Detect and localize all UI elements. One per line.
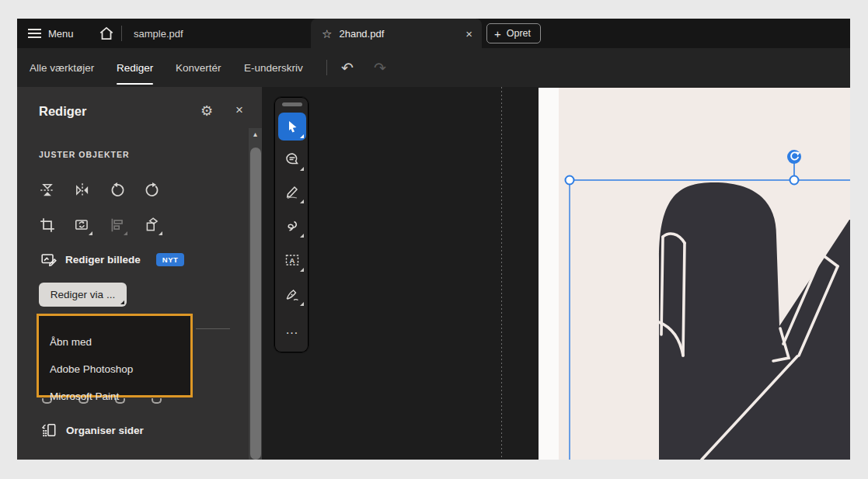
undo-icon: ↶ — [341, 59, 354, 77]
create-label: Opret — [507, 28, 531, 39]
menu-button[interactable]: Menu — [28, 19, 74, 48]
section-juster-objekter: JUSTER OBJEKTER — [39, 150, 130, 159]
flip-vertical-icon[interactable] — [39, 182, 56, 199]
add-comment-tool-button[interactable] — [278, 145, 306, 173]
redo-icon: ↷ — [374, 59, 386, 77]
dropdown-caret — [300, 200, 304, 203]
menu-item-microsoft-paint[interactable]: Microsoft Paint — [50, 388, 119, 404]
document-viewport: A … — [262, 87, 850, 460]
panel-scrollbar-thumb[interactable] — [250, 148, 261, 460]
comment-icon — [284, 151, 300, 167]
panel-scrollbar[interactable]: ▴ — [249, 128, 262, 460]
crop-icon[interactable] — [39, 217, 56, 234]
nav-rediger[interactable]: Rediger — [117, 48, 153, 87]
undo-button[interactable]: ↶ — [337, 48, 357, 87]
align-objects-icon[interactable] — [109, 217, 126, 234]
dropdown-caret — [300, 234, 304, 238]
dropdown-caret — [124, 231, 127, 235]
fountain-pen-icon — [284, 286, 300, 302]
resize-handle-top-left[interactable] — [566, 176, 574, 185]
navbar-separator — [326, 60, 327, 75]
text-box-icon: A — [284, 252, 300, 268]
object-tools-row-2 — [39, 217, 161, 234]
dropdown-caret — [300, 134, 304, 138]
gear-icon[interactable]: ⚙ — [200, 102, 213, 120]
open-with-dropdown: Åbn med Adobe Photoshop Microsoft Paint — [37, 314, 193, 397]
dropdown-caret — [89, 231, 92, 235]
organize-pages-label: Organiser sider — [66, 425, 144, 436]
new-badge: NYT — [156, 253, 185, 266]
home-icon — [98, 25, 115, 42]
tools-navbar: Alle værktøjer Rediger Konvertér E-under… — [17, 48, 850, 87]
edit-via-label: Rediger via ... — [51, 289, 115, 300]
redo-button[interactable]: ↷ — [370, 48, 390, 87]
dropdown-caret — [300, 268, 304, 272]
organize-pages-button[interactable]: Organiser sider — [40, 422, 144, 439]
home-button[interactable] — [98, 25, 117, 43]
quick-tools-bar: A … — [274, 96, 309, 353]
scroll-up-button[interactable]: ▴ — [249, 128, 262, 141]
tab-sample-pdf[interactable]: sample.pdf — [134, 19, 183, 48]
edit-image-icon — [40, 251, 58, 268]
pencil-draw-icon — [284, 184, 300, 200]
star-icon[interactable]: ☆ — [322, 28, 332, 40]
acrobat-window: Menu sample.pdf ☆ 2hand.pdf × + Opret Al… — [17, 19, 850, 460]
menu-label: Menu — [48, 28, 74, 40]
rotate-right-icon[interactable] — [144, 182, 161, 199]
svg-text:A: A — [290, 256, 295, 265]
document-page[interactable] — [539, 88, 850, 460]
page-left-highlight — [539, 88, 559, 460]
panel-title: Rediger — [39, 104, 86, 119]
fill-and-sign-tool-button[interactable] — [278, 280, 306, 308]
plus-icon: + — [494, 28, 501, 40]
arrange-objects-icon[interactable] — [144, 217, 161, 234]
panel-divider — [196, 328, 230, 329]
titlebar-separator — [121, 26, 122, 41]
nav-alle-vaerktoejer[interactable]: Alle værktøjer — [30, 48, 94, 87]
draw-tool-button[interactable] — [278, 178, 306, 206]
select-tool-button[interactable] — [278, 113, 306, 141]
menu-item-adobe-photoshop[interactable]: Adobe Photoshop — [50, 361, 133, 377]
lasso-tool-button[interactable] — [278, 212, 306, 240]
tab-2hand-pdf[interactable]: ☆ 2hand.pdf × — [311, 19, 482, 48]
desktop-background: Menu sample.pdf ☆ 2hand.pdf × + Opret Al… — [0, 0, 868, 479]
nav-e-underskriv[interactable]: E-underskriv — [244, 48, 303, 87]
tab-label: 2hand.pdf — [339, 28, 384, 40]
select-cursor-icon — [284, 119, 300, 134]
dropdown-caret — [120, 300, 124, 304]
edit-via-button[interactable]: Rediger via ... — [39, 283, 127, 307]
add-text-box-tool-button[interactable]: A — [278, 246, 306, 274]
tab-label: sample.pdf — [134, 28, 183, 40]
resize-handle-top-middle[interactable] — [790, 176, 799, 185]
nav-konverter[interactable]: Konvertér — [176, 48, 221, 87]
lasso-icon — [284, 218, 300, 234]
dropdown-caret — [159, 231, 162, 235]
rotate-handle[interactable] — [787, 150, 801, 164]
replace-image-icon[interactable] — [74, 217, 91, 234]
toolbar-drag-handle[interactable] — [282, 102, 302, 106]
object-tools-row-1 — [39, 182, 161, 199]
hamburger-icon — [28, 26, 41, 40]
edit-image-label: Rediger billede — [65, 254, 141, 266]
edit-image-button[interactable]: Rediger billede NYT — [40, 251, 184, 268]
edit-panel: Rediger ⚙ × JUSTER OBJEKTER — [17, 87, 262, 460]
more-tools-button[interactable]: … — [278, 316, 306, 344]
more-tools-icon: … — [285, 322, 299, 338]
dropdown-caret — [300, 302, 304, 306]
flip-horizontal-icon[interactable] — [74, 182, 91, 199]
create-button[interactable]: + Opret — [486, 23, 541, 43]
dropdown-caret — [300, 167, 304, 171]
close-panel-icon[interactable]: × — [235, 102, 243, 118]
close-tab-icon[interactable]: × — [465, 28, 472, 40]
menu-item-aabn-med[interactable]: Åbn med — [50, 334, 92, 349]
obscured-tool-icon[interactable] — [152, 398, 162, 404]
titlebar: Menu sample.pdf ☆ 2hand.pdf × + Opret — [17, 19, 850, 48]
rotate-left-icon[interactable] — [109, 182, 126, 199]
organize-pages-icon — [40, 422, 58, 439]
page-guide-dotted-line — [501, 87, 502, 460]
